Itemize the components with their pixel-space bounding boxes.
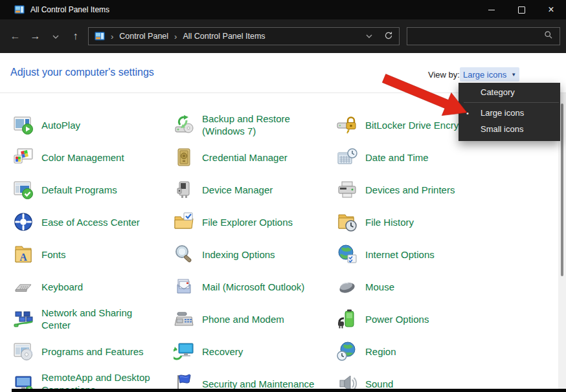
control-panel-item-label[interactable]: AutoPlay [41,119,80,131]
control-panel-item-label[interactable]: Ease of Access Center [41,216,140,228]
control-panel-item[interactable]: Date and Time [337,141,553,173]
search-icon [544,30,553,42]
control-panel-item[interactable]: Default Programs [13,173,174,206]
control-panel-item-label[interactable]: Power Options [365,313,429,325]
navigation-bar: ← → ↑ › Control Panel › All Control Pane… [0,19,566,53]
back-button[interactable]: ← [5,25,25,47]
control-panel-item-label[interactable]: Mouse [365,281,394,293]
breadcrumb-control-panel[interactable]: Control Panel [119,32,168,41]
control-panel-item[interactable]: Mail (Microsoft Outlook) [174,270,337,303]
view-menu-item-label: Large icons [481,108,524,118]
control-panel-item-label[interactable]: Date and Time [365,151,429,164]
up-icon: ↑ [73,30,78,42]
control-panel-item-label[interactable]: Device Manager [202,184,273,196]
control-panel-item[interactable]: Ease of Access Center [13,206,174,238]
search-input[interactable] [414,31,544,41]
search-box[interactable] [407,27,560,45]
forward-button[interactable]: → [25,25,45,47]
control-panel-item[interactable]: Backup and Restore (Windows 7) [174,109,337,141]
control-panel-item[interactable]: Region [337,335,553,367]
control-panel-item-label[interactable]: File History [365,216,414,228]
credential-manager-icon [174,147,194,168]
control-panel-item[interactable]: File History [337,206,553,238]
address-dropdown-icon[interactable] [366,32,372,41]
control-panel-item-label[interactable]: Network and Sharing Center [41,307,152,331]
control-panel-item[interactable]: Network and Sharing Center [13,303,174,335]
page-title: Adjust your computer's settings [10,67,154,78]
control-panel-item-label[interactable]: Phone and Modem [202,313,284,325]
control-panel-item-label[interactable]: Sound [365,378,393,390]
control-panel-item[interactable]: Credential Manager [174,141,337,173]
control-panel-item-label[interactable]: Devices and Printers [365,184,455,196]
maximize-button[interactable] [506,0,536,19]
internet-options-icon [337,244,357,265]
control-panel-item[interactable]: Mouse [337,270,553,303]
control-panel-item-label[interactable]: Mail (Microsoft Outlook) [202,281,304,293]
control-panel-item-label[interactable]: Internet Options [365,248,435,261]
control-panel-item[interactable]: File Explorer Options [174,206,337,238]
svg-text:A: A [19,252,27,263]
title-bar: All Control Panel Items × [0,0,566,19]
recovery-icon [174,341,194,362]
refresh-icon[interactable] [384,31,393,42]
control-panel-item[interactable]: Recovery [174,335,337,367]
view-by-value: Large icons [463,70,506,80]
control-panel-item-label[interactable]: Indexing Options [202,248,275,261]
ease-of-access-icon [13,212,34,232]
selected-bullet-icon: • [466,109,469,117]
control-panel-item-label[interactable]: Credential Manager [202,151,288,164]
mail-icon [174,276,194,297]
control-panel-item-label[interactable]: Region [365,345,396,358]
control-panel-item[interactable]: Phone and Modem [174,303,337,335]
fonts-icon: A [13,244,34,265]
control-panel-item[interactable]: Device Manager [174,173,337,206]
view-menu-item-label: Category [481,87,515,97]
maximize-icon [518,6,525,14]
date-time-icon [337,147,357,168]
address-bar[interactable]: › Control Panel › All Control Panel Item… [88,27,400,45]
view-by-dropdown-button[interactable]: Large icons ▼ [460,67,519,82]
control-panel-item-label[interactable]: File Explorer Options [202,216,293,228]
control-panel-item[interactable]: Keyboard [13,270,174,303]
control-panel-item-label[interactable]: Security and Maintenance [202,378,314,390]
keyboard-icon [13,276,34,297]
breadcrumb-all-items[interactable]: All Control Panel Items [183,32,265,41]
control-panel-item-label[interactable]: Fonts [41,248,66,261]
forward-icon: → [30,30,41,42]
view-menu-item-small-icons[interactable]: Small icons [458,121,560,137]
file-explorer-options-icon [174,212,194,232]
power-options-icon [337,309,357,329]
minimize-button[interactable] [477,0,506,19]
close-icon: × [548,5,554,15]
recent-locations-button[interactable] [45,25,65,47]
control-panel-item[interactable]: Devices and Printers [337,173,553,206]
control-panel-grid: AutoPlayBackup and Restore (Windows 7)Bi… [13,109,553,392]
bitlocker-icon [337,114,357,135]
breadcrumb-chevron-icon: › [174,32,177,41]
control-panel-item[interactable]: Color Management [13,141,174,173]
control-panel-item[interactable]: Indexing Options [174,238,337,270]
default-programs-icon [13,179,34,200]
menu-separator [464,102,559,103]
control-panel-item[interactable]: AFonts [13,238,174,270]
up-button[interactable]: ↑ [65,25,85,47]
scrollbar-thumb[interactable] [561,103,563,276]
control-panel-item[interactable]: Power Options [337,303,553,335]
control-panel-item-label[interactable]: Programs and Features [41,345,144,358]
device-manager-icon [174,179,194,200]
view-menu-item-category[interactable]: Category [458,84,560,100]
phone-modem-icon [174,309,194,329]
control-panel-item-label[interactable]: Keyboard [41,281,83,293]
control-panel-item[interactable]: Internet Options [337,238,553,270]
control-panel-item-label[interactable]: Backup and Restore (Windows 7) [202,113,329,137]
control-panel-item-label[interactable]: Default Programs [41,184,117,196]
breadcrumb-chevron-icon: › [111,32,113,41]
control-panel-icon [95,31,105,41]
control-panel-item[interactable]: Programs and Features [13,335,174,367]
control-panel-item-label[interactable]: Recovery [202,345,243,358]
close-button[interactable]: × [536,0,566,19]
control-panel-item-label[interactable]: Color Management [41,151,124,164]
view-menu-item-large-icons[interactable]: •Large icons [458,105,560,121]
control-panel-item[interactable]: AutoPlay [13,109,174,141]
programs-features-icon [13,341,34,362]
